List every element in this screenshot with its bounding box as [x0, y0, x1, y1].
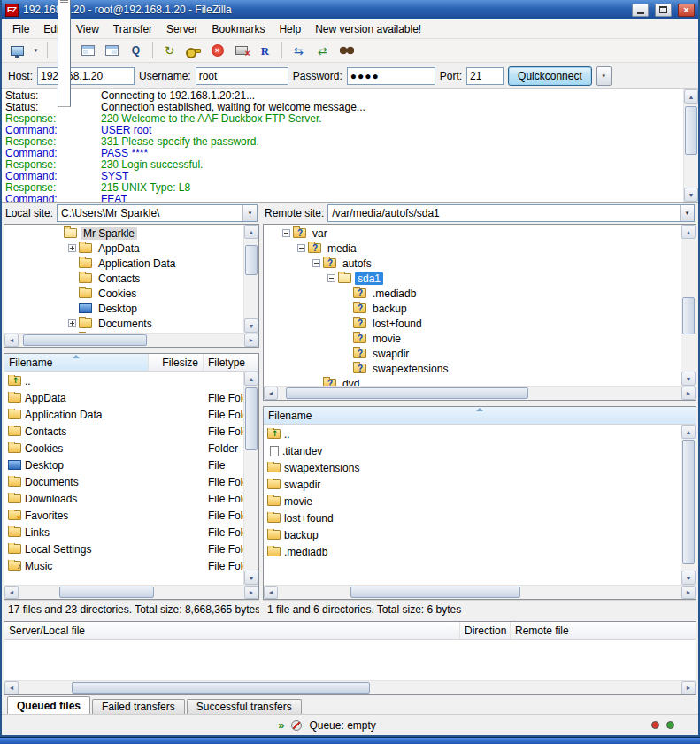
file-row[interactable]: ..: [4, 372, 243, 389]
column-header[interactable]: Filename: [4, 354, 149, 371]
file-row[interactable]: Music File Folder: [4, 557, 243, 574]
queue-toggle-button[interactable]: Q: [125, 41, 147, 60]
scrollbar-thumb[interactable]: [59, 587, 154, 598]
scrollbar-thumb[interactable]: [286, 387, 528, 399]
scrollbar-thumb[interactable]: [245, 387, 258, 450]
remote-tree-vscrollbar[interactable]: ▲ ▼: [681, 225, 696, 386]
column-header[interactable]: Filename: [264, 407, 696, 424]
local-tree-toggle-button[interactable]: [77, 41, 99, 60]
scrollbar-track[interactable]: [19, 681, 681, 694]
scroll-up-icon[interactable]: ▲: [681, 225, 696, 239]
file-row[interactable]: Contacts File Folder: [4, 423, 243, 440]
file-row[interactable]: lost+found: [264, 510, 681, 526]
close-button[interactable]: ×: [678, 4, 695, 17]
file-row[interactable]: .mediadb: [264, 543, 681, 560]
expander-icon[interactable]: [297, 244, 305, 252]
scrollbar-thumb[interactable]: [682, 297, 695, 334]
scroll-down-icon[interactable]: ▼: [684, 188, 698, 202]
file-row[interactable]: Downloads File Folder: [4, 490, 243, 507]
filter-button[interactable]: [182, 41, 204, 60]
scroll-down-icon[interactable]: ▼: [244, 571, 258, 585]
file-row[interactable]: Documents File Folder: [4, 473, 243, 490]
menu-item[interactable]: View: [69, 20, 106, 38]
scrollbar-track[interactable]: [244, 239, 258, 318]
file-row[interactable]: Cookies Folder: [4, 440, 243, 456]
scroll-left-icon[interactable]: ◄: [264, 387, 278, 400]
site-manager-dropdown-button[interactable]: ▼: [30, 41, 42, 60]
speed-limit-icon[interactable]: [291, 720, 302, 731]
scroll-right-icon[interactable]: ►: [681, 387, 696, 400]
tree-item[interactable]: swapextensions: [264, 361, 681, 376]
combo-dropdown-button[interactable]: ▼: [242, 205, 257, 221]
remote-tree-hscrollbar[interactable]: ◄ ►: [264, 386, 696, 400]
scrollbar-thumb[interactable]: [72, 682, 370, 694]
expander-icon[interactable]: [68, 319, 76, 327]
tree-item[interactable]: swapdir: [264, 346, 681, 361]
tree-item[interactable]: dvd: [264, 376, 681, 386]
menu-item[interactable]: Server: [159, 20, 204, 38]
tree-item[interactable]: sda1: [264, 271, 681, 286]
file-row[interactable]: Favorites File Folder: [4, 507, 243, 524]
local-tree-hscrollbar[interactable]: ◄ ►: [4, 333, 258, 347]
local-site-combo[interactable]: C:\Users\Mr Sparkle\ ▼: [57, 204, 258, 222]
expander-icon[interactable]: [282, 229, 290, 237]
maximize-button[interactable]: [655, 4, 672, 17]
menu-item[interactable]: Bookmarks: [204, 20, 272, 38]
local-list-vscrollbar[interactable]: ▲ ▼: [243, 372, 258, 585]
file-row[interactable]: swapextensions: [264, 459, 681, 476]
tree-item[interactable]: media: [264, 241, 681, 256]
tree-item[interactable]: AppData: [4, 241, 243, 256]
scroll-right-icon[interactable]: ►: [681, 681, 696, 694]
menu-item[interactable]: File: [5, 20, 36, 38]
tree-item[interactable]: Application Data: [4, 256, 243, 271]
scroll-right-icon[interactable]: ►: [244, 334, 258, 347]
remote-list-vscrollbar[interactable]: ▲ ▼: [681, 425, 696, 585]
scrollbar-track[interactable]: [278, 586, 681, 599]
find-files-button[interactable]: [335, 41, 358, 60]
scroll-right-icon[interactable]: ►: [244, 586, 258, 599]
port-input[interactable]: [466, 67, 504, 85]
tree-item[interactable]: Cookies: [4, 286, 243, 301]
quickconnect-dropdown-button[interactable]: ▼: [596, 66, 612, 86]
queue-tab[interactable]: Failed transfers: [92, 699, 185, 714]
tree-item[interactable]: .mediadb: [264, 286, 681, 301]
scrollbar-thumb[interactable]: [685, 106, 697, 155]
expander-icon[interactable]: [327, 274, 335, 282]
refresh-button[interactable]: ↻: [158, 41, 181, 60]
file-row[interactable]: ..: [264, 426, 681, 442]
tree-item[interactable]: movie: [264, 331, 681, 346]
file-row[interactable]: Desktop File: [4, 456, 243, 473]
file-row[interactable]: .titandev: [264, 442, 681, 459]
scrollbar-track[interactable]: [278, 387, 681, 400]
tree-item[interactable]: lost+found: [264, 316, 681, 331]
scroll-left-icon[interactable]: ◄: [264, 586, 278, 599]
scrollbar-thumb[interactable]: [245, 245, 258, 275]
tree-item[interactable]: Mr Sparkle: [4, 226, 243, 241]
column-header[interactable]: Filetype: [204, 354, 258, 371]
scrollbar-track[interactable]: [244, 386, 258, 571]
minimize-button[interactable]: [632, 4, 649, 17]
scrollbar-thumb[interactable]: [682, 440, 695, 564]
menu-item[interactable]: New version available!: [308, 20, 428, 38]
scroll-up-icon[interactable]: ▲: [244, 225, 258, 239]
file-row[interactable]: Local Settings File Folder: [4, 541, 243, 557]
host-input[interactable]: [37, 67, 135, 85]
directory-comparison-button[interactable]: ⇆: [288, 41, 310, 60]
password-input[interactable]: [347, 67, 435, 85]
local-list-hscrollbar[interactable]: ◄ ►: [4, 585, 258, 599]
remote-tree-toggle-button[interactable]: [101, 41, 123, 60]
quickconnect-button[interactable]: Quickconnect: [508, 66, 592, 86]
message-log-toggle-button[interactable]: [53, 41, 75, 60]
tree-item[interactable]: Contacts: [4, 271, 243, 286]
scroll-up-icon[interactable]: ▲: [684, 89, 698, 104]
scroll-down-icon[interactable]: ▼: [244, 318, 258, 333]
tree-item[interactable]: Documents: [4, 316, 243, 331]
reconnect-button[interactable]: R: [254, 41, 276, 60]
queue-tab[interactable]: Queued files: [7, 696, 90, 714]
disconnect-button[interactable]: [230, 41, 252, 60]
scrollbar-track[interactable]: [684, 104, 698, 188]
tree-item[interactable]: var: [264, 226, 681, 241]
site-manager-button[interactable]: [6, 41, 28, 60]
column-header[interactable]: Filesize: [149, 354, 204, 371]
tree-item[interactable]: autofs: [264, 256, 681, 271]
